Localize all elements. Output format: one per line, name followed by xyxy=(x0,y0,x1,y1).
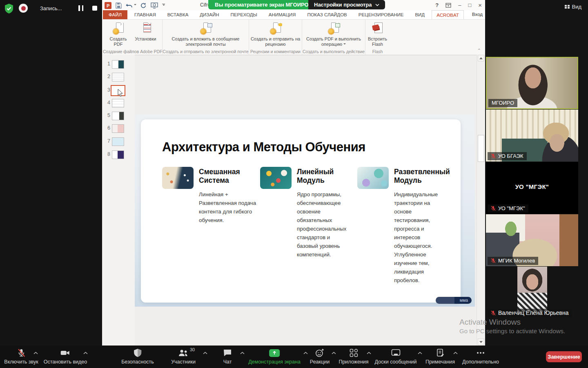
chat-chevron-icon[interactable] xyxy=(240,352,245,355)
tab-view[interactable]: ВИД xyxy=(410,10,429,19)
send-for-review-icon xyxy=(270,22,281,35)
reactions-button[interactable]: Реакции xyxy=(310,348,330,365)
whiteboards-chevron-icon[interactable] xyxy=(418,352,422,355)
svg-text:P: P xyxy=(107,3,109,8)
stop-video-button[interactable]: Остановить видео xyxy=(44,348,87,365)
save-icon[interactable] xyxy=(116,2,122,9)
participant-display-name: УО "МГЭК" xyxy=(486,183,578,190)
mouse-cursor xyxy=(118,89,124,98)
column-body: Ядро программы, обеспечивающее освоение … xyxy=(297,190,347,259)
help-icon[interactable]: ? xyxy=(435,2,439,8)
slide-thumbnail-2[interactable]: 2 xyxy=(102,73,135,83)
ribbon-group-flash: Встроить Flash Flash xyxy=(365,20,390,55)
create-pdf-button[interactable]: Создать PDF xyxy=(107,22,130,47)
slide-thumbnail-6[interactable]: 6 xyxy=(102,124,135,135)
end-meeting-button[interactable]: Завершение xyxy=(546,351,582,362)
participants-button[interactable]: 30 Участники xyxy=(171,348,196,365)
chat-bubble-icon xyxy=(223,348,232,358)
signin-label[interactable]: Вход xyxy=(472,12,483,17)
redo-icon[interactable] xyxy=(140,2,147,9)
tab-insert[interactable]: ВСТАВКА xyxy=(163,10,193,19)
mic-muted-icon xyxy=(16,348,26,358)
security-button[interactable]: Безопасность xyxy=(121,348,154,365)
apps-chevron-icon[interactable] xyxy=(367,352,371,355)
undo-button[interactable] xyxy=(126,2,136,8)
customize-qat-icon[interactable] xyxy=(162,4,165,7)
slide-canvas[interactable]: Архитектура и Методы Обучения Смешанная … xyxy=(135,114,475,307)
slide-thumbnail-5[interactable]: 5 xyxy=(102,112,135,122)
scroll-down-icon[interactable] xyxy=(478,339,484,345)
participant-video-valenchits[interactable]: Валенчиц Елена Юрьевна xyxy=(486,267,578,319)
powerpoint-icon: P xyxy=(105,2,111,9)
view-layout-button[interactable]: Вид xyxy=(565,4,581,10)
unmute-button[interactable]: Включить звук xyxy=(4,348,38,365)
maximize-button[interactable]: □ xyxy=(468,2,471,8)
pause-recording-button[interactable] xyxy=(78,5,83,11)
notes-chevron-icon[interactable] xyxy=(453,352,458,355)
share-chevron-icon[interactable] xyxy=(303,352,308,355)
tab-review[interactable]: РЕЦЕНЗИРОВАНИЕ xyxy=(354,10,408,19)
slide-thumbnail-4[interactable]: 4 xyxy=(102,99,135,110)
slide-thumbnail-pane: 1 2 3 4 5 6 7 8 xyxy=(102,55,135,346)
column-body: Линейная + Разветвленная подача контента… xyxy=(199,190,257,224)
participant-name-label: МГИК Могилев xyxy=(488,257,538,265)
mic-options-chevron-icon[interactable] xyxy=(33,352,38,355)
more-button[interactable]: Дополнительно xyxy=(462,348,499,365)
tab-transitions[interactable]: ПЕРЕХОДЫ xyxy=(226,10,262,19)
embed-flash-button[interactable]: Встроить Flash xyxy=(367,22,388,47)
participant-video-bgaek[interactable]: УО БГАЭК xyxy=(486,110,578,162)
ribbon-display-options-icon[interactable] xyxy=(445,3,451,8)
reactions-chevron-icon[interactable] xyxy=(332,352,336,355)
column-heading: Смешанная Система xyxy=(199,168,242,185)
whiteboards-button[interactable]: Доски сообщений xyxy=(374,348,416,365)
notes-button[interactable]: Примечания xyxy=(425,348,455,365)
participant-name-label: Валенчиц Елена Юрьевна xyxy=(488,309,572,317)
tab-slideshow[interactable]: ПОКАЗ СЛАЙДОВ xyxy=(303,10,351,19)
undo-dropdown-icon[interactable] xyxy=(134,4,136,7)
ribbon-group-email: Создать и вложить в сообщение электронно… xyxy=(163,20,249,55)
tab-file[interactable]: ФАЙЛ xyxy=(103,10,127,19)
participant-video-mgoiro[interactable]: МГОИРО xyxy=(486,57,578,109)
tab-animations[interactable]: АНИМАЦИЯ xyxy=(264,10,301,19)
tab-design[interactable]: ДИЗАЙН xyxy=(195,10,223,19)
participant-name-label: МГОИРО xyxy=(488,99,517,107)
tab-home[interactable]: ГЛАВНАЯ xyxy=(130,10,160,19)
quick-access-toolbar: P xyxy=(105,1,165,9)
camera-icon xyxy=(60,348,71,358)
start-slideshow-icon[interactable] xyxy=(151,2,158,9)
participants-chevron-icon[interactable] xyxy=(203,352,207,355)
chevron-down-icon xyxy=(375,4,379,6)
minimize-button[interactable]: – xyxy=(458,2,461,8)
participant-video-mgik[interactable]: МГИК Могилев xyxy=(486,214,578,266)
close-button[interactable]: × xyxy=(478,2,482,9)
ribbon-group-caption: Flash xyxy=(365,49,390,54)
recording-indicator-icon xyxy=(19,4,28,13)
tab-acrobat[interactable]: ACROBAT xyxy=(432,10,464,19)
share-screen-button[interactable]: Демонстрация экрана xyxy=(248,348,301,365)
video-options-chevron-icon[interactable] xyxy=(83,352,88,355)
ribbon-group-caption: Рецензии и комментарии xyxy=(249,49,302,54)
slide-thumbnail-8[interactable]: 8 xyxy=(102,150,135,161)
vertical-scrollbar[interactable] xyxy=(477,55,485,346)
slide-thumbnail-1[interactable]: 1 xyxy=(102,60,135,71)
collapse-ribbon-icon[interactable]: ⌃ xyxy=(477,48,481,53)
ribbon-group-caption: Создать и выполнить действие xyxy=(302,49,365,54)
create-pdf-icon xyxy=(113,22,124,35)
create-pdf-run-action-icon xyxy=(328,22,339,35)
create-pdf-run-action-button[interactable]: Создать PDF и выполнить операцию xyxy=(305,22,362,47)
create-attach-email-button[interactable]: Создать и вложить в сообщение электронно… xyxy=(165,22,247,47)
participant-video-mgek[interactable]: УО "МГЭК" УО "МГЭК" xyxy=(486,162,578,214)
view-options-button[interactable]: Настройки просмотра xyxy=(308,0,385,9)
apps-button[interactable]: Приложения xyxy=(339,348,368,365)
stop-recording-button[interactable] xyxy=(92,6,97,11)
muted-mic-icon xyxy=(491,153,496,159)
slide-thumbnail-7[interactable]: 7 xyxy=(102,137,135,148)
chat-button[interactable]: Чат xyxy=(223,348,232,365)
ribbon-group-action: Создать PDF и выполнить операцию Создать… xyxy=(302,20,365,55)
preferences-button[interactable]: Установки xyxy=(133,22,159,47)
column-body: Индивидуальные траектории на основе тест… xyxy=(394,190,441,285)
scrollbar-thumb[interactable] xyxy=(478,135,484,162)
scroll-up-icon[interactable] xyxy=(478,55,484,61)
apps-icon xyxy=(349,348,359,358)
send-for-review-button[interactable]: Создать и отправить на рецензию xyxy=(250,22,301,47)
